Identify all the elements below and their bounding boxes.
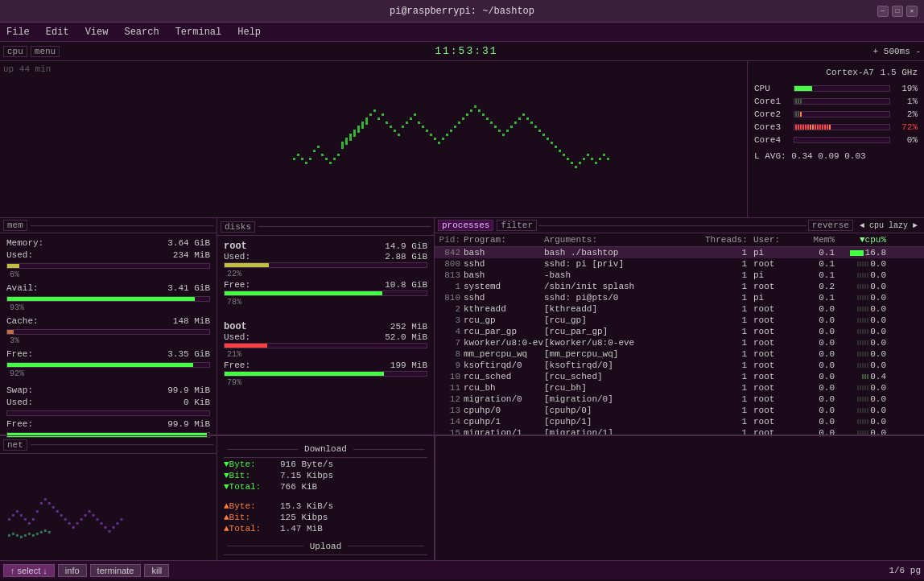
table-row[interactable]: 3 rcu_gp [rcu_gp] 1 root 0.0 0.0	[435, 315, 924, 326]
dot	[800, 99, 802, 104]
table-row[interactable]: 11 rcu_bh [rcu_bh] 1 root 0.0 0.0	[435, 382, 924, 394]
table-row[interactable]: 10 rcu_sched [rcu_sched] 1 root 0.0 0.4	[435, 371, 924, 382]
menu-view[interactable]: View	[82, 25, 112, 39]
top-bar: cpu menu 11:53:31 + 500ms -	[0, 42, 924, 61]
maximize-btn[interactable]: □	[892, 6, 903, 17]
table-row[interactable]: 9 ksoftirqd/0 [ksoftirqd/0] 1 root 0.0 0…	[435, 360, 924, 371]
net-total-label: ▼Total:	[224, 482, 280, 492]
table-row[interactable]: 1 systemd /sbin/init splash 1 root 0.2 0…	[435, 281, 924, 292]
cell-prog: ksoftirqd/0	[464, 361, 544, 370]
dot	[805, 125, 806, 130]
svg-rect-16	[357, 126, 360, 128]
menu-edit[interactable]: Edit	[43, 25, 72, 39]
mem-row-avail: Avail: 3.41 GiB	[6, 283, 210, 293]
svg-rect-40	[454, 126, 456, 128]
mem-bar-free-container	[6, 362, 210, 368]
mem-row-used: Used: 234 MiB	[6, 250, 210, 260]
cell-prog: cpuhp/0	[464, 406, 544, 415]
cell-thr: 1	[705, 327, 753, 336]
cell-thr: 1	[705, 248, 753, 258]
dot	[812, 125, 814, 130]
select-btn[interactable]: ↑ select ↓	[3, 564, 55, 577]
table-row[interactable]: 842 bash bash ./bashtop 1 pi 0.1 16.8	[435, 247, 924, 258]
menu-bar: File Edit View Search Terminal Help	[0, 23, 924, 42]
cpu-stat-label-core1: Core1	[754, 97, 790, 106]
net-byte-ul: ▲Byte: 15.3 KiB/s	[224, 501, 427, 511]
net-total2-value: 1.47 MiB	[280, 524, 323, 534]
net-bit2-value: 125 Kibps	[280, 513, 328, 522]
table-row[interactable]: 14 cpuhp/1 [cpuhp/1] 1 root 0.0 0.0	[435, 416, 924, 427]
mem-memory-value: 3.64 GiB	[55, 238, 210, 248]
cell-cpu: 0.0	[838, 327, 886, 336]
table-row[interactable]: 15 migration/1 [migration/1] 1 root 0.0 …	[435, 427, 924, 435]
menu-file[interactable]: File	[3, 25, 33, 39]
cell-user: root	[753, 259, 802, 269]
terminate-btn[interactable]: terminate	[90, 564, 142, 577]
net-byte-label: ▼Byte:	[224, 459, 280, 469]
cell-mem: 0.0	[802, 338, 838, 348]
cell-prog: kworker/u8:0-ev	[464, 338, 544, 348]
svg-rect-127	[28, 533, 31, 535]
cpu-bar-dots-core4	[794, 138, 889, 142]
cell-thr: 1	[705, 406, 753, 415]
disk-boot-free-bar-container	[224, 371, 427, 377]
svg-rect-82	[345, 142, 348, 145]
cell-mem: 0.1	[802, 259, 838, 269]
table-row[interactable]: 810 sshd sshd: pi@pts/0 1 pi 0.1 0.0	[435, 292, 924, 303]
svg-rect-19	[369, 113, 372, 116]
svg-rect-107	[64, 518, 67, 521]
svg-rect-62	[542, 134, 545, 136]
svg-rect-27	[402, 126, 404, 128]
svg-rect-106	[60, 514, 63, 517]
table-row[interactable]: 813 bash -bash 1 pi 0.1 0.0	[435, 270, 924, 281]
cell-pid: 2	[438, 304, 464, 314]
cpu-model-line: Cortex-A7 1.5 GHz	[754, 68, 918, 77]
proc-col-headers: Pid: Program: Arguments: Threads: User: …	[435, 233, 924, 247]
svg-rect-96	[20, 514, 23, 517]
menu-help[interactable]: Help	[234, 25, 264, 39]
svg-rect-54	[510, 126, 513, 128]
mem-swap-used-value: 0 KiB	[55, 398, 210, 407]
table-row[interactable]: 2 kthreadd [kthreadd] 1 root 0.0 0.0	[435, 303, 924, 315]
cpu-lazy-label[interactable]: ◄ cpu lazy ►	[856, 221, 921, 230]
svg-rect-63	[547, 138, 549, 140]
cell-prog: rcu_bh	[464, 383, 544, 393]
mem-bar-used-container	[6, 263, 210, 269]
svg-rect-116	[101, 522, 103, 525]
mem-bar-avail: 93%	[6, 296, 210, 313]
svg-rect-4	[309, 158, 311, 160]
table-row[interactable]: 12 migration/0 [migration/0] 1 root 0.0 …	[435, 394, 924, 405]
mem-bar-free: 92%	[6, 362, 210, 379]
info-btn[interactable]: info	[58, 564, 87, 577]
cpu-stat-core2: Core2 2%	[754, 109, 918, 119]
cell-user: root	[753, 361, 802, 370]
cell-args: bash ./bashtop	[544, 248, 705, 258]
lavg-values: 0.34 0.09 0.03	[791, 151, 865, 161]
disk-label: disks	[221, 221, 255, 233]
svg-rect-102	[44, 498, 47, 501]
cell-cpu: 0.0	[838, 315, 886, 325]
table-row[interactable]: 7 kworker/u8:0-ev [kworker/u8:0-eve 1 ro…	[435, 337, 924, 348]
cell-args: [rcu_sched]	[544, 372, 705, 381]
close-btn[interactable]: ✕	[906, 6, 918, 17]
disk-root-used-val: 2.88 GiB	[272, 252, 427, 262]
table-row[interactable]: 13 cpuhp/0 [cpuhp/0] 1 root 0.0 0.0	[435, 405, 924, 416]
menu-terminal[interactable]: Terminal	[172, 25, 225, 39]
cell-user: root	[753, 315, 802, 325]
cell-pid: 842	[438, 248, 464, 258]
minimize-btn[interactable]: ─	[877, 6, 889, 17]
svg-rect-117	[105, 526, 107, 529]
lavg-label: L AVG:	[754, 151, 786, 161]
reverse-label[interactable]: reverse	[808, 220, 853, 231]
table-row[interactable]: 8 mm_percpu_wq [mm_percpu_wq] 1 root 0.0…	[435, 348, 924, 360]
cpu-stat-core1: Core1 1%	[754, 97, 918, 106]
cell-args: [kworker/u8:0-eve	[544, 338, 705, 348]
cell-prog: kthreadd	[464, 304, 544, 314]
table-row[interactable]: 800 sshd sshd: pi [priv] 1 root 0.1 0.0	[435, 258, 924, 270]
mem-bar-cache: 3%	[6, 329, 210, 346]
menu-search[interactable]: Search	[121, 25, 162, 39]
table-row[interactable]: 4 rcu_par_gp [rcu_par_gp] 1 root 0.0 0.0	[435, 326, 924, 337]
kill-btn[interactable]: kill	[144, 564, 169, 577]
cell-thr: 1	[705, 315, 753, 325]
speed-control[interactable]: + 500ms -	[873, 47, 921, 56]
